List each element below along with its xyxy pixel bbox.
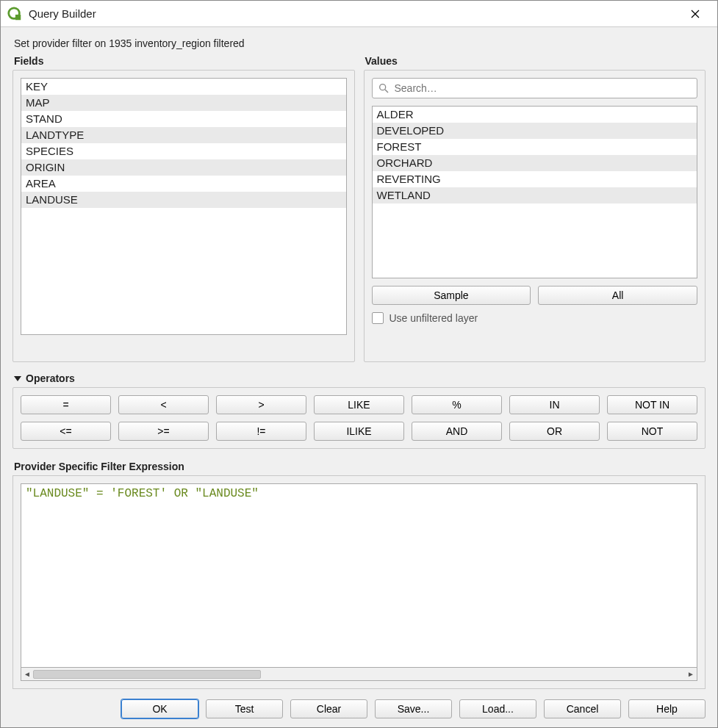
svg-rect-1 (15, 14, 21, 19)
operator-button[interactable]: IN (509, 395, 600, 414)
values-search-input[interactable] (372, 78, 698, 98)
use-unfiltered-label: Use unfiltered layer (389, 312, 478, 324)
value-item[interactable]: ALDER (373, 107, 697, 123)
value-item[interactable]: WETLAND (373, 187, 697, 203)
operators-toggle[interactable]: Operators (14, 372, 706, 384)
field-item[interactable]: AREA (21, 176, 346, 192)
svg-point-4 (379, 84, 385, 90)
use-unfiltered-checkbox[interactable] (372, 312, 384, 324)
dialog-button-row: OK Test Clear Save... Load... Cancel Hel… (12, 699, 706, 718)
operator-button[interactable]: NOT (607, 422, 697, 441)
operator-button[interactable]: <= (21, 422, 111, 441)
qgis-icon (7, 6, 23, 22)
operators-grid: =<>LIKE%INNOT IN<=>=!=ILIKEANDORNOT (21, 395, 697, 441)
values-label: Values (365, 55, 706, 67)
close-icon (691, 10, 700, 18)
titlebar: Query Builder (1, 1, 717, 27)
operator-button[interactable]: ILIKE (314, 422, 404, 441)
all-button[interactable]: All (538, 286, 697, 305)
operator-button[interactable]: != (216, 422, 306, 441)
field-item[interactable]: LANDUSE (21, 192, 346, 208)
expression-label: Provider Specific Filter Expression (14, 461, 706, 472)
operator-button[interactable]: NOT IN (607, 395, 697, 414)
provider-hint: Set provider filter on 1935 inventory_re… (14, 37, 704, 49)
clear-button[interactable]: Clear (290, 699, 367, 718)
window-title: Query Builder (29, 7, 679, 20)
help-button[interactable]: Help (628, 699, 706, 718)
value-item[interactable]: REVERTING (373, 171, 697, 187)
test-button[interactable]: Test (206, 699, 283, 718)
values-list[interactable]: ALDERDEVELOPEDFORESTORCHARDREVERTINGWETL… (372, 106, 698, 278)
disclosure-down-icon (14, 376, 21, 381)
fields-label: Fields (14, 55, 355, 67)
close-button[interactable] (679, 4, 711, 24)
scroll-left-icon: ◄ (21, 668, 33, 680)
dialog-content: Set provider filter on 1935 inventory_re… (1, 27, 717, 727)
values-column: Values ALDERDEVELOPEDFORESTORCHARDREVERT… (364, 55, 706, 362)
fields-column: Fields KEYMAPSTANDLANDTYPESPECIESORIGINA… (12, 55, 355, 362)
operator-button[interactable]: > (216, 395, 306, 414)
field-item[interactable]: STAND (21, 111, 346, 127)
value-item[interactable]: DEVELOPED (373, 123, 697, 139)
query-builder-window: Query Builder Set provider filter on 193… (0, 0, 718, 728)
operator-button[interactable]: AND (412, 422, 502, 441)
operator-button[interactable]: = (21, 395, 111, 414)
field-item[interactable]: MAP (21, 95, 346, 111)
ok-button[interactable]: OK (121, 699, 198, 718)
operator-button[interactable]: OR (509, 422, 600, 441)
value-item[interactable]: ORCHARD (373, 155, 697, 171)
fields-list[interactable]: KEYMAPSTANDLANDTYPESPECIESORIGINAREALAND… (21, 78, 347, 335)
field-item[interactable]: SPECIES (21, 143, 346, 159)
svg-line-5 (385, 90, 388, 93)
search-icon (378, 82, 389, 94)
operator-button[interactable]: % (412, 395, 502, 414)
field-item[interactable]: ORIGIN (21, 159, 346, 176)
expression-hscrollbar[interactable]: ◄ ► (21, 668, 697, 681)
expression-textarea[interactable]: "LANDUSE" = 'FOREST' OR "LANDUSE" (21, 483, 697, 668)
operator-button[interactable]: >= (118, 422, 209, 441)
load-button[interactable]: Load... (459, 699, 536, 718)
scroll-right-icon: ► (685, 668, 697, 680)
operators-label: Operators (26, 372, 75, 384)
operator-button[interactable]: LIKE (314, 395, 404, 414)
sample-button[interactable]: Sample (372, 286, 531, 305)
field-item[interactable]: LANDTYPE (21, 127, 346, 143)
field-item[interactable]: KEY (21, 79, 346, 95)
save-button[interactable]: Save... (375, 699, 452, 718)
cancel-button[interactable]: Cancel (544, 699, 621, 718)
value-item[interactable]: FOREST (373, 139, 697, 155)
operator-button[interactable]: < (118, 395, 209, 414)
